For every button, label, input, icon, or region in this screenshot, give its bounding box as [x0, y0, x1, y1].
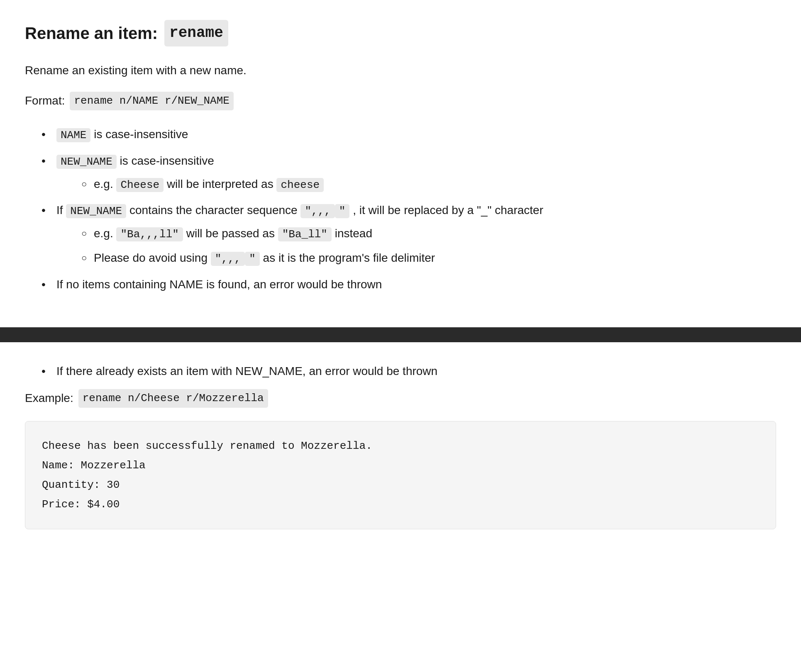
- title-code: rename: [164, 20, 228, 46]
- sub-list: e.g. Cheese will be interpreted as chees…: [56, 175, 776, 194]
- bottom-section: If there already exists an item with NEW…: [0, 342, 801, 555]
- title-prefix: Rename an item:: [25, 20, 158, 46]
- example-label-text: Example:: [25, 389, 73, 408]
- ba-comma-code: "Ba,,,ll": [116, 227, 183, 241]
- output-line-1: Cheese has been successfully renamed to …: [42, 436, 759, 456]
- top-section: Rename an item: rename Rename an existin…: [0, 0, 801, 327]
- section-divider: [0, 327, 801, 342]
- list-item: If there already exists an item with NEW…: [42, 362, 776, 381]
- list-item: NAME is case-insensitive: [42, 125, 776, 144]
- list-item: If NEW_NAME contains the character seque…: [42, 201, 776, 268]
- new-name-code: NEW_NAME: [56, 155, 117, 169]
- sub-list-item: e.g. Cheese will be interpreted as chees…: [81, 175, 776, 194]
- bottom-bullet-text: If there already exists an item with NEW…: [56, 365, 437, 377]
- description: Rename an existing item with a new name.: [25, 61, 776, 80]
- output-line-4: Price: $4.00: [42, 495, 759, 514]
- format-code: rename n/NAME r/NEW_NAME: [70, 92, 233, 111]
- bullet-text-2: is case-insensitive: [120, 154, 214, 167]
- output-line-2: Name: Mozzerella: [42, 456, 759, 475]
- sub-list-item: e.g. "Ba,,,ll" will be passed as "Ba_ll"…: [81, 224, 776, 243]
- list-item: NEW_NAME is case-insensitive e.g. Cheese…: [42, 152, 776, 194]
- name-code: NAME: [56, 128, 90, 142]
- new-name-code-2: NEW_NAME: [66, 204, 126, 218]
- cheese-code: Cheese: [116, 178, 164, 192]
- page-title: Rename an item: rename: [25, 20, 776, 46]
- cheese-lower-code: cheese: [276, 178, 324, 192]
- ba-ll-code: "Ba_ll": [278, 227, 332, 241]
- list-item: If no items containing NAME is found, an…: [42, 275, 776, 294]
- example-code: rename n/Cheese r/Mozzerella: [78, 389, 268, 408]
- format-label: Format:: [25, 92, 65, 110]
- format-line: Format: rename n/NAME r/NEW_NAME: [25, 92, 776, 111]
- bullet-text-4: If no items containing NAME is found, an…: [56, 278, 382, 291]
- output-line-3: Quantity: 30: [42, 475, 759, 495]
- sub-list-item: Please do avoid using ",,," as it is the…: [81, 249, 776, 268]
- bottom-bullet-list: If there already exists an item with NEW…: [25, 362, 776, 381]
- output-block: Cheese has been successfully renamed to …: [25, 421, 776, 529]
- comma-seq-code: ",,,: [300, 204, 335, 218]
- sub-list-2: e.g. "Ba,,,ll" will be passed as "Ba_ll"…: [56, 224, 776, 268]
- top-bullet-list: NAME is case-insensitive NEW_NAME is cas…: [25, 125, 776, 294]
- example-label-line: Example: rename n/Cheese r/Mozzerella: [25, 389, 776, 408]
- comma-code: ",,,: [211, 252, 245, 266]
- bullet-text-1: is case-insensitive: [94, 128, 188, 141]
